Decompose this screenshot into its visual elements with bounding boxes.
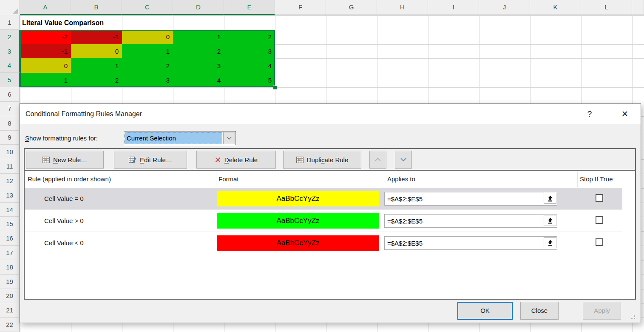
resize-grip[interactable] [634,315,635,317]
row-header-13[interactable]: 13 [0,188,20,203]
rules-list: Rule (applied in order shown) Format App… [25,171,635,299]
grid-cell[interactable]: 5 [224,73,275,87]
row-header-12[interactable]: 12 [0,174,20,188]
applies-to-input[interactable] [384,192,557,206]
button-label: Duplicate Rule [307,156,349,163]
column-header-G[interactable]: G [326,0,377,15]
row-header-3[interactable]: 3 [0,44,20,59]
grid-cell[interactable]: 2 [173,44,224,59]
column-header-A[interactable]: A [20,0,71,15]
select-all-corner[interactable] [0,0,20,15]
show-rules-dropdown[interactable]: Current Selection [124,131,236,145]
duplicate-rule-button[interactable]: Duplicate Rule [283,151,361,169]
row-header-18[interactable]: 18 [0,260,20,275]
row-header-8[interactable]: 8 [0,116,20,131]
grid-cell[interactable]: 3 [122,73,173,87]
ok-button[interactable]: OK [457,302,513,320]
applies-to-input[interactable] [384,214,557,228]
grid-cell[interactable]: -2 [20,30,71,44]
applies-to-input[interactable] [384,236,557,250]
chevron-up-icon [375,158,381,161]
range-picker-button[interactable] [544,215,556,226]
close-icon[interactable]: ✕ [618,104,632,124]
dropdown-button[interactable] [223,132,235,144]
row-header-16[interactable]: 16 [0,231,20,246]
grid-cell[interactable]: 0 [20,58,71,73]
applies-to-field [384,236,557,250]
column-header-I[interactable]: I [428,0,479,15]
column-header-partial [632,0,644,15]
column-header-C[interactable]: C [122,0,173,15]
row-header-14[interactable]: 14 [0,203,20,217]
close-button[interactable]: Close [520,302,559,320]
column-header-K[interactable]: K [530,0,581,15]
column-header-H[interactable]: H [377,0,428,15]
column-header-D[interactable]: D [173,0,224,15]
grid-cell[interactable]: 1 [173,30,224,44]
column-header-L[interactable]: L [581,0,632,15]
header-rule: Rule (applied in order shown) [28,171,111,188]
grid-cell[interactable]: 1 [122,44,173,59]
stop-if-true-checkbox[interactable] [596,194,603,202]
row-header-2[interactable]: 2 [0,30,20,44]
grid-cell[interactable]: 0 [122,30,173,44]
row-header-21[interactable]: 21 [0,303,20,318]
row-header-4[interactable]: 4 [0,58,20,73]
row-header-19[interactable]: 19 [0,275,20,289]
apply-button-disabled[interactable]: Apply [583,302,621,320]
row-header-7[interactable]: 7 [0,102,20,116]
row-header-11[interactable]: 11 [0,159,20,174]
grid-cell[interactable]: 3 [224,44,275,59]
cell-a1-title[interactable]: Literal Value Comparison [22,16,106,30]
range-picker-button[interactable] [544,193,556,204]
grid-cell[interactable]: 0 [71,44,122,59]
dialog-titlebar[interactable]: Conditional Formatting Rules Manager ? ✕ [20,104,641,124]
rule-row-cell-value-lt-0[interactable]: Cell Value < 0 AaBbCcYyZz [25,232,622,254]
grid-cell[interactable]: 1 [71,58,122,73]
rules-manager-panel: New Rule… Edit Rule… Delete Rule Duplica… [24,148,636,300]
grid-cell[interactable]: 4 [173,73,224,87]
fill-handle[interactable] [273,86,277,90]
help-button[interactable]: ? [584,104,596,124]
button-label: Delete Rule [224,156,258,163]
header-separator [216,172,216,187]
column-header-B[interactable]: B [71,0,122,15]
row-header-17[interactable]: 17 [0,246,20,260]
row-header-6[interactable]: 6 [0,87,20,102]
row-header-5[interactable]: 5 [0,73,20,87]
rule-row-cell-value-eq-0[interactable]: Cell Value = 0 AaBbCcYyZz [25,188,622,210]
row-header-20[interactable]: 20 [0,289,20,303]
rule-row-cell-value-gt-0[interactable]: Cell Value > 0 AaBbCcYyZz [25,210,622,232]
row-header-9[interactable]: 9 [0,131,20,145]
grid-cell[interactable]: -1 [20,44,71,59]
grid-cell[interactable]: 2 [122,58,173,73]
conditional-formatting-rules-manager-dialog: Conditional Formatting Rules Manager ? ✕… [20,103,641,323]
grid-cell[interactable]: 1 [20,73,71,87]
collapse-dialog-icon [548,195,553,202]
column-header-F[interactable]: F [275,0,326,15]
row-header-22[interactable]: 22 [0,318,20,332]
row-header-15[interactable]: 15 [0,217,20,231]
grid-cell[interactable]: 3 [173,58,224,73]
new-rule-button[interactable]: New Rule… [26,151,104,169]
grid-cell[interactable]: 2 [71,73,122,87]
button-label: New Rule… [53,156,87,163]
column-header-E[interactable]: E [224,0,275,15]
column-header-J[interactable]: J [479,0,530,15]
grid-cell[interactable]: 2 [224,30,275,44]
range-picker-button[interactable] [544,237,556,248]
grid-cell[interactable]: 4 [224,58,275,73]
delete-rule-button[interactable]: Delete Rule [196,151,276,169]
edit-rule-button[interactable]: Edit Rule… [114,151,187,169]
move-rule-down-button[interactable] [395,151,412,169]
grid-cell[interactable]: -1 [71,30,122,44]
chevron-down-icon [227,137,232,140]
stop-if-true-checkbox[interactable] [596,216,603,224]
row-header-1[interactable]: 1 [0,15,20,30]
move-rule-up-button[interactable] [369,151,386,169]
excel-window: ABCDEFGHIJKL 123456789101112131415161718… [0,0,644,332]
dropdown-value: Current Selection [125,132,222,144]
header-separator [384,172,384,187]
stop-if-true-checkbox[interactable] [596,238,603,246]
row-header-10[interactable]: 10 [0,145,20,159]
